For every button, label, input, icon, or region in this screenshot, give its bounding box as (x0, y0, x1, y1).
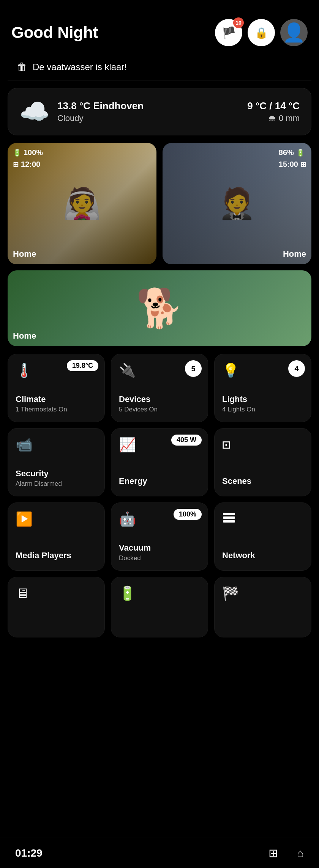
scenes-card[interactable]: ⊡ Scenes (214, 428, 311, 496)
weather-temp-range: 9 °C / 14 °C (247, 100, 300, 112)
person1-label: Home (13, 249, 36, 259)
flag-icon: 🏴 (222, 26, 236, 39)
notification-badge: 10 (233, 17, 244, 28)
lights-badge: 4 (288, 360, 305, 377)
flag-checkered-icon: 🏁 (222, 585, 303, 601)
devices-card[interactable]: 🔌 5 Devices 5 Devices On (111, 354, 208, 422)
security-title: Security (16, 469, 97, 479)
media-card[interactable]: ▶️ Media Players (8, 502, 105, 571)
vacuum-card[interactable]: 🤖 100% Vacuum Docked (111, 502, 208, 571)
notification-text: De vaatwasser is klaar! (33, 62, 127, 72)
person2-time: 15:00 ⊞ (279, 160, 306, 169)
status-bar: 01:29 ⊞ ⌂ (0, 838, 319, 868)
person2-battery-value: 86% (279, 148, 294, 157)
dashboard-grid: 🌡️ 19.8°C Climate 1 Thermostats On 🔌 5 D… (8, 354, 311, 571)
wide-card-label: Home (13, 331, 36, 341)
header-icons: 🏴 10 🔒 👤 (215, 19, 308, 46)
energy-card[interactable]: 📈 405 W Energy (111, 428, 208, 496)
dog-icon: 🐕 (136, 286, 183, 331)
weather-info: 13.8 °C Eindhoven Cloudy (57, 100, 240, 123)
vacuum-subtitle: Docked (119, 554, 200, 562)
weather-rain-value: 0 mm (279, 113, 300, 123)
person-cards-row: 👰 🔋 100% ⊞ 12:00 Home 🤵 86% (8, 143, 311, 264)
avatar-button[interactable]: 👤 (280, 19, 308, 46)
vacuum-title: Vacuum (119, 543, 200, 553)
devices-title: Devices (119, 394, 200, 404)
weather-card[interactable]: ☁️ 13.8 °C Eindhoven Cloudy 9 °C / 14 °C… (8, 88, 311, 135)
energy-badge: 405 W (171, 435, 202, 446)
battery-icon-2: 🔋 (296, 149, 305, 157)
network-icon (222, 511, 303, 528)
bottom-card-3[interactable]: 🏁 (214, 577, 311, 637)
server-icon: 🖥 (16, 585, 97, 601)
home-nav-icon[interactable]: ⌂ (297, 847, 304, 860)
bottom-card-1[interactable]: 🖥 (8, 577, 105, 637)
devices-subtitle: 5 Devices On (119, 406, 200, 413)
weather-icon: ☁️ (19, 97, 50, 126)
bottom-row: 🖥 🔋 🏁 (8, 577, 311, 637)
svg-rect-0 (223, 513, 235, 515)
security-subtitle: Alarm Disarmed (16, 480, 97, 488)
weather-right: 9 °C / 14 °C 🌧 0 mm (247, 100, 300, 123)
lights-subtitle: 4 Lights On (222, 406, 303, 413)
vacuum-badge: 100% (174, 509, 202, 520)
weather-city: 13.8 °C Eindhoven (57, 100, 240, 112)
climate-badge: 19.8°C (67, 360, 98, 371)
network-card[interactable]: Network (214, 502, 311, 571)
lock-button[interactable]: 🔒 (248, 19, 275, 46)
svg-rect-1 (223, 516, 235, 519)
climate-subtitle: 1 Thermostats On (16, 406, 97, 413)
scenes-title: Scenes (222, 476, 303, 486)
person2-label: Home (283, 249, 306, 259)
wide-card-bg: 🐕 (8, 270, 311, 346)
person1-time-value: 12:00 (21, 160, 40, 169)
grid-icon-2: ⊞ (300, 160, 306, 169)
battery-icon-1: 🔋 (13, 149, 21, 157)
climate-title: Climate (16, 394, 97, 404)
person1-battery-value: 100% (24, 148, 43, 157)
person2-time-value: 15:00 (279, 160, 298, 169)
weather-condition: Cloudy (57, 113, 240, 123)
devices-badge: 5 (185, 360, 202, 377)
energy-title: Energy (119, 476, 200, 486)
notification-icon: 🗑 (17, 61, 27, 73)
lock-icon: 🔒 (255, 27, 268, 39)
battery-low-icon: 🔋 (119, 585, 200, 601)
person1-time: ⊞ 12:00 (13, 160, 43, 169)
network-title: Network (222, 551, 303, 560)
security-card[interactable]: 📹 Security Alarm Disarmed (8, 428, 105, 496)
person2-battery: 86% 🔋 (279, 148, 306, 157)
lights-card[interactable]: 💡 4 Lights 4 Lights On (214, 354, 311, 422)
wide-card[interactable]: 🐕 Home (8, 270, 311, 346)
person1-battery: 🔋 100% (13, 148, 43, 157)
weather-rain: 🌧 0 mm (247, 113, 300, 123)
weather-city-name: Eindhoven (93, 100, 144, 111)
person-card-1[interactable]: 👰 🔋 100% ⊞ 12:00 Home (8, 143, 156, 264)
status-time: 01:29 (15, 847, 43, 859)
person2-stat-group: 86% 🔋 15:00 ⊞ (279, 148, 306, 169)
person1-stat-group: 🔋 100% ⊞ 12:00 (13, 148, 43, 169)
person2-stats: 86% 🔋 15:00 ⊞ (168, 148, 306, 169)
climate-card[interactable]: 🌡️ 19.8°C Climate 1 Thermostats On (8, 354, 105, 422)
avatar-icon: 👤 (283, 22, 305, 43)
lights-title: Lights (222, 394, 303, 404)
media-icon: ▶️ (16, 511, 97, 527)
header: Good Night 🏴 10 🔒 👤 (0, 0, 319, 54)
status-nav: ⊞ ⌂ (268, 846, 304, 860)
bottom-card-2[interactable]: 🔋 (111, 577, 208, 637)
notifications-button[interactable]: 🏴 10 (215, 19, 242, 46)
grid-nav-icon[interactable]: ⊞ (268, 846, 278, 860)
weather-temp-city: 13.8 °C (57, 100, 90, 111)
greeting: Good Night (11, 24, 98, 42)
grid-icon-1: ⊞ (13, 160, 19, 169)
person1-stats: 🔋 100% ⊞ 12:00 (13, 148, 151, 169)
scenes-icon: ⊡ (222, 437, 303, 452)
media-title: Media Players (16, 551, 97, 560)
svg-rect-2 (223, 520, 235, 523)
notification-bar: 🗑 De vaatwasser is klaar! (8, 54, 311, 80)
security-icon: 📹 (16, 437, 97, 453)
person-card-2[interactable]: 🤵 86% 🔋 15:00 ⊞ Home (163, 143, 311, 264)
